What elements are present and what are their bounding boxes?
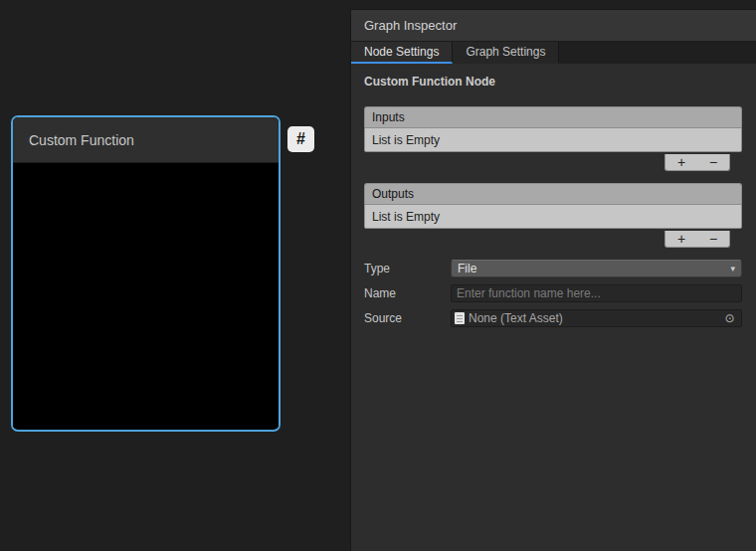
- type-dropdown-value: File: [458, 262, 476, 276]
- graph-canvas[interactable]: Custom Function # Graph Inspector Node S…: [0, 0, 756, 551]
- inputs-list: Inputs List is Empty + −: [364, 106, 742, 171]
- name-label: Name: [364, 286, 451, 300]
- outputs-add-button[interactable]: +: [668, 232, 694, 246]
- outputs-remove-button[interactable]: −: [700, 232, 726, 246]
- hash-badge-icon[interactable]: #: [287, 126, 314, 152]
- source-row: Source None (Text Asset) ⊙: [364, 309, 742, 327]
- outputs-list: Outputs List is Empty + −: [364, 183, 742, 248]
- inputs-list-header-label: Inputs: [372, 110, 405, 124]
- type-row: Type File ▾: [364, 260, 742, 277]
- custom-function-node[interactable]: Custom Function: [11, 115, 281, 432]
- inputs-empty-label: List is Empty: [372, 133, 440, 147]
- outputs-list-header-label: Outputs: [372, 187, 414, 201]
- inputs-remove-button[interactable]: −: [700, 155, 726, 169]
- inputs-list-header[interactable]: Inputs: [364, 106, 742, 127]
- outputs-list-empty-row: List is Empty: [364, 204, 742, 229]
- text-asset-icon: [455, 312, 465, 324]
- tab-graph-settings-label: Graph Settings: [466, 45, 545, 59]
- node-title: Custom Function: [29, 132, 134, 148]
- inspector-content: Custom Function Node Inputs List is Empt…: [351, 64, 756, 327]
- type-label: Type: [364, 262, 451, 276]
- tab-node-settings-label: Node Settings: [364, 45, 439, 59]
- outputs-list-footer: + −: [364, 229, 742, 248]
- inputs-footer-bar: + −: [664, 154, 730, 171]
- source-label: Source: [364, 311, 451, 325]
- source-object-value: None (Text Asset): [469, 311, 563, 325]
- graph-inspector-panel: Graph Inspector Node Settings Graph Sett…: [350, 9, 756, 551]
- inspector-tab-bar: Node Settings Graph Settings: [351, 42, 756, 64]
- dropdown-arrow-icon: ▾: [730, 264, 735, 274]
- outputs-list-header[interactable]: Outputs: [364, 183, 742, 204]
- inputs-add-button[interactable]: +: [668, 155, 694, 169]
- outputs-empty-label: List is Empty: [372, 210, 440, 224]
- type-dropdown[interactable]: File ▾: [451, 260, 742, 277]
- object-picker-icon[interactable]: ⊙: [721, 310, 738, 326]
- name-row: Name: [364, 284, 742, 302]
- tab-node-settings[interactable]: Node Settings: [351, 42, 453, 64]
- inspector-title: Graph Inspector: [364, 18, 457, 33]
- function-name-input[interactable]: [451, 284, 742, 302]
- inspector-title-bar[interactable]: Graph Inspector: [351, 10, 756, 42]
- section-title: Custom Function Node: [364, 75, 742, 89]
- tab-graph-settings[interactable]: Graph Settings: [453, 42, 559, 64]
- inputs-list-footer: + −: [364, 152, 742, 171]
- inputs-list-empty-row: List is Empty: [364, 127, 742, 152]
- outputs-footer-bar: + −: [664, 231, 730, 248]
- node-header[interactable]: Custom Function: [13, 117, 279, 163]
- node-body: [13, 163, 279, 429]
- source-object-field[interactable]: None (Text Asset) ⊙: [451, 309, 742, 327]
